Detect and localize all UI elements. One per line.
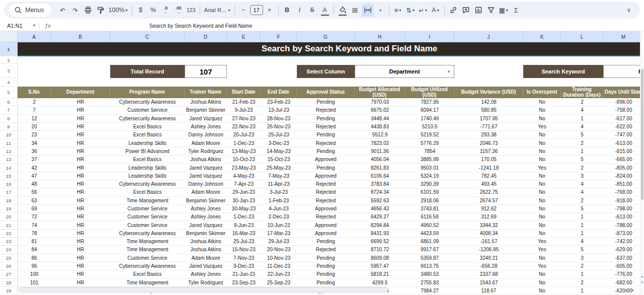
table-cell[interactable]: HR: [51, 172, 110, 180]
table-cell[interactable]: 1707.95: [454, 115, 523, 123]
percent-format-button[interactable]: %: [147, 4, 159, 17]
table-cell[interactable]: Yes: [523, 246, 561, 254]
table-cell[interactable]: 912.62: [454, 205, 523, 213]
row-header-7[interactable]: 7: [0, 106, 18, 114]
table-cell[interactable]: 2918.06: [405, 197, 454, 205]
table-cell[interactable]: -788.00: [603, 221, 644, 229]
table-cell[interactable]: 5219.52: [405, 131, 454, 139]
table-cell[interactable]: 11-Dec-23: [261, 262, 297, 270]
table-cell[interactable]: No: [523, 205, 561, 213]
currency-format-button[interactable]: $: [135, 4, 147, 17]
table-cell[interactable]: 23: [18, 131, 51, 139]
table-cell[interactable]: 6101.59: [405, 188, 454, 196]
table-cell[interactable]: 1740.49: [405, 115, 454, 123]
table-cell[interactable]: 9503.01: [405, 164, 454, 172]
formula-input[interactable]: Search by Search Keyword and Field Name: [149, 20, 252, 31]
table-cell[interactable]: 28-Nov-23: [261, 115, 297, 123]
row-header-14[interactable]: 14: [0, 164, 18, 172]
table-cell[interactable]: 22-Jun-23: [261, 270, 297, 278]
table-cell[interactable]: -656.28: [454, 262, 523, 270]
table-cell[interactable]: 5776.29: [405, 139, 454, 147]
table-cell[interactable]: Benjamin Skinner: [185, 106, 227, 114]
table-cell[interactable]: Yes: [523, 262, 561, 270]
table-cell[interactable]: No: [523, 230, 561, 238]
table-cell[interactable]: 5: [561, 246, 603, 254]
table-cell[interactable]: Rejected: [297, 106, 355, 114]
table-cell[interactable]: 3-Jul-23: [261, 188, 297, 196]
table-cell[interactable]: 69: [18, 205, 51, 213]
table-cell[interactable]: 34: [18, 139, 51, 147]
row-header-4[interactable]: 4: [0, 78, 18, 87]
table-cell[interactable]: Tyler Rodriguez: [185, 279, 227, 287]
table-cell[interactable]: -1206.95: [454, 246, 523, 254]
table-cell[interactable]: 4299.5: [355, 279, 405, 287]
table-cell[interactable]: HR: [51, 131, 110, 139]
row-header-16[interactable]: 16: [0, 180, 18, 188]
scroll-up-icon[interactable]: ▴: [640, 274, 644, 279]
table-cell[interactable]: HR: [51, 106, 110, 114]
table-cell[interactable]: HR: [51, 98, 110, 106]
table-header-cell[interactable]: End Date: [261, 87, 297, 98]
table-cell[interactable]: -605.00: [603, 262, 644, 270]
table-cell[interactable]: 21-Feb-23: [227, 98, 261, 106]
table-header-cell[interactable]: Trainer Name: [185, 87, 227, 98]
insert-link-button[interactable]: [447, 4, 459, 17]
table-cell[interactable]: 5: [561, 156, 603, 164]
table-cell[interactable]: 81: [18, 238, 51, 246]
table-cell[interactable]: No: [523, 172, 561, 180]
column-header-I[interactable]: I: [405, 31, 454, 42]
filter-button[interactable]: [485, 4, 497, 17]
table-cell[interactable]: -629.00: [603, 246, 644, 254]
column-header-E[interactable]: E: [227, 31, 261, 42]
table-cell[interactable]: Ashley Jones: [185, 123, 227, 131]
table-cell[interactable]: Ashley Jones: [185, 213, 227, 221]
table-cell[interactable]: -896.00: [603, 98, 644, 106]
table-cell[interactable]: Excel Basics: [110, 156, 185, 164]
table-cell[interactable]: Danny Johnson: [185, 131, 227, 139]
table-cell[interactable]: 4: [561, 106, 603, 114]
table-cell[interactable]: 2: [18, 98, 51, 106]
table-cell[interactable]: 4423.59: [405, 230, 454, 238]
table-cell[interactable]: Adam Moore: [185, 188, 227, 196]
table-cell[interactable]: 12: [18, 115, 51, 123]
table-header-cell[interactable]: Start Date: [227, 87, 261, 98]
table-cell[interactable]: Rejected: [297, 246, 355, 254]
table-cell[interactable]: 6116.58: [405, 213, 454, 221]
table-cell[interactable]: Jared Vazquez: [185, 115, 227, 123]
table-header-cell[interactable]: Days Until Start: [603, 87, 644, 98]
table-cell[interactable]: 118.67: [454, 287, 523, 295]
table-cell[interactable]: -747.00: [603, 131, 644, 139]
table-cell[interactable]: HR: [51, 156, 110, 164]
table-cell[interactable]: HR: [51, 197, 110, 205]
table-cell[interactable]: 3290.39: [405, 180, 454, 188]
row-header-1[interactable]: 1: [0, 42, 18, 56]
table-cell[interactable]: 9-Jun-23: [227, 221, 261, 229]
table-cell[interactable]: 2: [561, 197, 603, 205]
table-cell[interactable]: Pending: [297, 254, 355, 262]
table-cell[interactable]: 5: [561, 131, 603, 139]
row-header-19[interactable]: 19: [0, 205, 18, 213]
table-header-cell[interactable]: Budget Allocated (USD): [355, 87, 405, 98]
table-cell[interactable]: No: [523, 106, 561, 114]
table-cell[interactable]: No: [523, 197, 561, 205]
table-button[interactable]: ▦▾: [498, 4, 510, 17]
table-cell[interactable]: Adam Moore: [185, 139, 227, 147]
table-cell[interactable]: 5512.9: [355, 131, 405, 139]
table-cell[interactable]: -161.57: [454, 238, 523, 246]
number-format-button[interactable]: 123: [185, 4, 197, 17]
table-cell[interactable]: 493.45: [454, 180, 523, 188]
menus-search[interactable]: Menus: [9, 4, 51, 17]
table-cell[interactable]: 9917.67: [405, 246, 454, 254]
column-header-D[interactable]: D: [185, 31, 227, 42]
row-header-26[interactable]: 26: [0, 262, 18, 270]
table-cell[interactable]: 8294.84: [355, 221, 405, 229]
insert-comment-button[interactable]: [460, 4, 472, 17]
table-cell[interactable]: HR: [51, 270, 110, 278]
font-size-input[interactable]: 17: [250, 5, 263, 15]
table-cell[interactable]: HR: [51, 164, 110, 172]
table-cell[interactable]: HR: [51, 139, 110, 147]
table-cell[interactable]: Pending: [297, 115, 355, 123]
table-cell[interactable]: 6699.52: [355, 238, 405, 246]
column-header-B[interactable]: B: [51, 31, 110, 42]
table-cell[interactable]: 4056.04: [355, 156, 405, 164]
